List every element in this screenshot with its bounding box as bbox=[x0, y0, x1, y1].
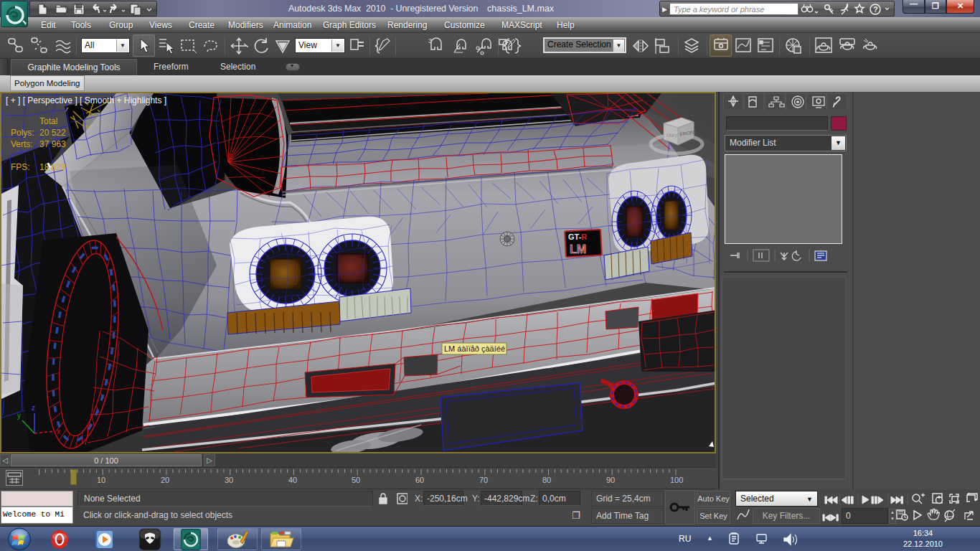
svg-text:z: z bbox=[32, 404, 35, 412]
svg-text:x: x bbox=[57, 428, 60, 435]
svg-text:y: y bbox=[17, 412, 21, 420]
svg-text:Total: Total bbox=[39, 116, 57, 126]
svg-text:LM: LM bbox=[570, 243, 586, 255]
svg-text:3: 3 bbox=[428, 37, 432, 44]
svg-text:Polys:: Polys: bbox=[11, 128, 34, 138]
svg-text:?: ? bbox=[874, 6, 878, 14]
svg-text:20 522: 20 522 bbox=[39, 128, 66, 138]
svg-text:[ + ] [ Perspective ] [ Smooth: [ + ] [ Perspective ] [ Smooth + Highlig… bbox=[6, 95, 166, 105]
svg-text:18,829: 18,829 bbox=[39, 162, 66, 172]
svg-text:37 963: 37 963 bbox=[39, 139, 66, 149]
svg-text:LM áàìïåð çàäíéé: LM áàìïåð çàäíéé bbox=[444, 344, 505, 353]
svg-text:GT-R: GT-R bbox=[568, 232, 587, 241]
svg-text:Verts:: Verts: bbox=[11, 139, 33, 149]
svg-text:FPS:: FPS: bbox=[11, 162, 30, 172]
